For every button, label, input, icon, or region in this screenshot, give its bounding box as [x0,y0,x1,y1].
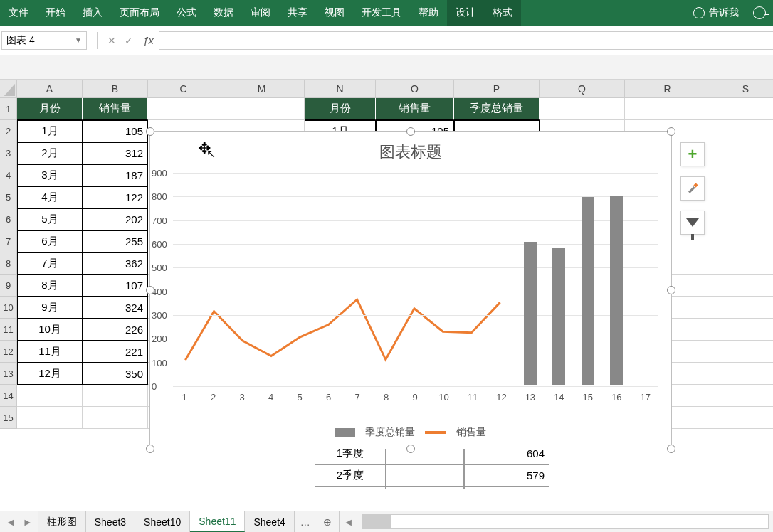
cell[interactable]: 107 [83,275,148,297]
cell[interactable]: 11月 [17,341,83,363]
tab-prev-button[interactable]: ◄ [6,516,16,528]
formula-input[interactable] [159,31,773,50]
cell[interactable]: 2季度 [315,464,386,486]
ribbon-tab-插入[interactable]: 插入 [74,0,111,26]
row-header[interactable]: 11 [0,319,17,341]
cell[interactable] [710,385,773,407]
row-header[interactable]: 1 [0,98,17,120]
chart-legend[interactable]: 季度总销量 销售量 [150,426,671,439]
column-header[interactable]: Q [540,80,625,98]
ribbon-tab-文件[interactable]: 文件 [0,0,37,26]
ribbon-tab-共享[interactable]: 共享 [279,0,316,26]
cell[interactable]: 6月 [17,230,83,252]
cell[interactable]: 324 [83,297,148,319]
worksheet-grid[interactable]: ABCMNOPQRS 123456789101112131415 月份销售量月份… [0,80,773,489]
cell[interactable] [83,385,148,407]
ribbon-tab-公式[interactable]: 公式 [168,0,205,26]
sheet-tab[interactable]: Sheet10 [135,511,190,532]
ribbon-tab-页面布局[interactable]: 页面布局 [111,0,168,26]
tell-me[interactable]: 告诉我 [686,0,746,26]
cell[interactable] [83,407,148,429]
add-sheet-button[interactable]: ⊕ [316,511,339,532]
formula-cancel-button[interactable]: ✕ [103,32,120,49]
horizontal-scrollbar[interactable] [362,514,769,529]
cell[interactable]: 105 [83,120,148,142]
cell[interactable]: 7月 [17,252,83,275]
name-box[interactable]: 图表 4 ▼ [1,31,87,50]
ribbon-tab-格式[interactable]: 格式 [484,0,521,26]
resize-handle[interactable] [146,286,154,294]
cell[interactable]: 362 [83,252,148,275]
row-header[interactable]: 15 [0,407,17,429]
cell[interactable]: 5月 [17,208,83,230]
sheet-tab[interactable]: Sheet11 [190,511,245,532]
cell[interactable] [710,319,773,341]
hscroll-left[interactable]: ◄ [340,511,358,532]
column-header[interactable]: O [376,80,454,98]
ribbon-tab-视图[interactable]: 视图 [316,0,353,26]
ribbon-tab-数据[interactable]: 数据 [205,0,242,26]
cell[interactable] [219,98,305,120]
cell[interactable] [710,120,773,142]
cell[interactable]: 季度总销量 [454,98,540,120]
column-header[interactable]: B [83,80,148,98]
chart-bar[interactable] [552,248,565,385]
cell[interactable] [386,464,464,486]
chart-object[interactable]: 图表标题 0100200300400500600700800900 123456… [149,131,672,449]
cell[interactable] [710,252,773,275]
formula-confirm-button[interactable]: ✓ [120,32,137,49]
cell[interactable] [710,164,773,186]
cell[interactable] [386,486,464,489]
cell[interactable]: 255 [83,230,148,252]
column-header[interactable]: C [148,80,219,98]
cell[interactable] [710,341,773,363]
cell[interactable]: 122 [83,186,148,208]
ribbon-tab-审阅[interactable]: 审阅 [242,0,279,26]
cell[interactable] [17,407,83,429]
row-header[interactable]: 14 [0,385,17,407]
cell[interactable]: 350 [83,363,148,385]
chevron-down-icon[interactable]: ▼ [75,36,82,44]
tab-next-button[interactable]: ► [23,516,33,528]
resize-handle[interactable] [667,445,675,453]
chart-title[interactable]: 图表标题 [150,142,671,163]
resize-handle[interactable] [406,445,415,453]
chart-bar[interactable] [582,197,594,385]
tab-overflow[interactable]: … [295,511,316,532]
resize-handle[interactable] [667,286,675,294]
cell[interactable] [17,385,83,407]
cell[interactable] [625,98,710,120]
cell[interactable]: 8月 [17,275,83,297]
cell[interactable]: 10月 [17,319,83,341]
ribbon-tab-帮助[interactable]: 帮助 [410,0,447,26]
cell[interactable]: 月份 [17,98,83,120]
row-header[interactable]: 9 [0,275,17,297]
chart-filter-button[interactable] [680,211,705,235]
row-header[interactable]: 3 [0,142,17,164]
cell[interactable]: 3季度 [315,486,386,489]
column-header[interactable]: A [17,80,83,98]
chart-styles-button[interactable] [680,176,705,201]
cell[interactable] [710,407,773,429]
fx-icon[interactable]: ƒx [143,35,154,46]
column-header[interactable]: S [710,80,773,98]
ribbon-tab-设计[interactable]: 设计 [447,0,484,26]
cell[interactable]: 312 [83,142,148,164]
cell[interactable]: 2月 [17,142,83,164]
resize-handle[interactable] [146,127,154,136]
row-header[interactable]: 4 [0,164,17,186]
chart-plot-area[interactable]: 0100200300400500600700800900 [170,173,658,385]
cell[interactable] [710,363,773,385]
resize-handle[interactable] [146,445,154,453]
row-header[interactable]: 13 [0,363,17,385]
cell[interactable] [710,208,773,230]
row-header[interactable]: 6 [0,208,17,230]
select-all-corner[interactable] [0,80,17,98]
share-user-button[interactable] [746,0,773,26]
cell[interactable]: 3月 [17,164,83,186]
cell[interactable]: 221 [83,341,148,363]
row-header[interactable]: 2 [0,120,17,142]
row-header[interactable]: 12 [0,341,17,363]
cell[interactable] [540,98,625,120]
cell[interactable] [710,186,773,208]
